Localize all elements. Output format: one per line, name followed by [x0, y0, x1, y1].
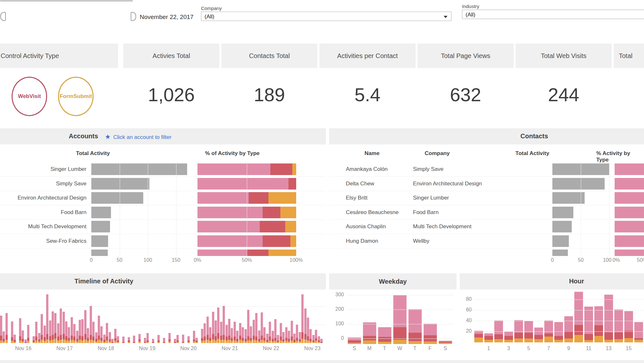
timeline-bar[interactable] — [122, 337, 125, 343]
slider-handle-start[interactable] — [0, 12, 6, 21]
hour-bar[interactable] — [484, 333, 493, 342]
account-row[interactable] — [0, 248, 326, 256]
timeline-bar[interactable] — [33, 336, 35, 343]
timeline-bar[interactable] — [68, 327, 70, 343]
hour-bar[interactable] — [634, 322, 643, 342]
industry-dropdown[interactable]: (All) — [462, 10, 644, 19]
account-total-bar[interactable] — [91, 221, 110, 232]
timeline-bar[interactable] — [253, 320, 255, 343]
timeline-bar[interactable] — [22, 330, 24, 343]
timeline-bar[interactable] — [19, 318, 21, 343]
date-range-slider[interactable] — [0, 0, 133, 2]
timeline-bar[interactable] — [138, 334, 141, 343]
account-label[interactable]: Food Barn — [0, 205, 86, 220]
hour-bar[interactable] — [584, 307, 593, 342]
timeline-bar[interactable] — [106, 323, 108, 343]
timeline-bar[interactable] — [255, 313, 257, 343]
timeline-bar[interactable] — [44, 326, 46, 343]
timeline-bar[interactable] — [57, 323, 59, 343]
timeline-bar[interactable] — [3, 331, 5, 343]
hour-bar[interactable] — [474, 331, 483, 342]
account-row[interactable]: Sew-Fro Fabrics — [0, 234, 326, 249]
contact-total-bar[interactable] — [552, 235, 569, 247]
weekday-bar[interactable] — [378, 327, 391, 344]
account-label[interactable]: Multi Tech Development — [0, 220, 86, 234]
contact-row[interactable]: Delta ChewEnviron Architectural Design — [329, 177, 644, 191]
weekday-bar[interactable] — [439, 341, 452, 344]
timeline-bar[interactable] — [65, 321, 67, 343]
contact-total-bar[interactable] — [552, 178, 605, 190]
timeline-bar[interactable] — [272, 331, 274, 343]
timeline-bar[interactable] — [0, 316, 2, 343]
contact-pct-bar[interactable] — [615, 250, 644, 256]
contact-pct-bar[interactable] — [615, 178, 644, 190]
timeline-bar[interactable] — [49, 320, 51, 343]
timeline-bar[interactable] — [223, 306, 225, 343]
timeline-bar[interactable] — [176, 335, 179, 343]
timeline-bar[interactable] — [307, 318, 309, 343]
timeline-bar[interactable] — [247, 310, 249, 343]
account-label[interactable]: Singer Lumber — [0, 162, 86, 176]
timeline-bar[interactable] — [146, 333, 149, 343]
account-label[interactable]: Sew-Fro Fabrics — [0, 234, 86, 248]
account-label[interactable]: Environ Architectural Design — [0, 191, 86, 205]
contact-total-bar[interactable] — [552, 250, 568, 256]
slider-handle-end[interactable] — [131, 12, 136, 21]
webvisit-filter-button[interactable]: WebVisit — [12, 77, 47, 116]
timeline-bar[interactable] — [263, 327, 266, 343]
timeline-bar[interactable] — [11, 321, 13, 343]
timeline-bar[interactable] — [114, 329, 116, 343]
timeline-bar[interactable] — [242, 327, 244, 343]
contact-row[interactable]: Ausonia ChaplinMulti Tech Development — [329, 220, 644, 234]
timeline-bar[interactable] — [90, 306, 92, 343]
timeline-bar[interactable] — [266, 334, 268, 343]
timeline-bar[interactable] — [239, 323, 241, 343]
timeline-bar[interactable] — [87, 328, 89, 343]
timeline-bar[interactable] — [168, 333, 171, 343]
timeline-bar[interactable] — [92, 322, 95, 343]
contact-pct-bar[interactable] — [615, 207, 644, 218]
timeline-bar[interactable] — [63, 312, 65, 343]
timeline-bar[interactable] — [73, 324, 75, 343]
timeline-bar[interactable] — [52, 311, 54, 343]
hour-bar[interactable] — [524, 321, 533, 342]
account-row[interactable]: Environ Architectural Design — [0, 191, 326, 205]
contact-pct-bar[interactable] — [615, 235, 644, 247]
timeline-bar[interactable] — [100, 326, 103, 343]
timeline-bar[interactable] — [60, 309, 62, 343]
timeline-bar[interactable] — [38, 333, 40, 343]
timeline-bar[interactable] — [71, 317, 73, 343]
contact-row[interactable]: Cesáreo BeauchesneFood Barn — [329, 205, 644, 220]
timeline-bar[interactable] — [258, 330, 260, 343]
timeline-bar[interactable] — [133, 336, 135, 343]
timeline-bar[interactable] — [312, 335, 315, 343]
account-total-bar[interactable] — [91, 250, 108, 256]
timeline-bar[interactable] — [231, 328, 233, 343]
contact-total-bar[interactable] — [552, 207, 573, 218]
account-row[interactable]: Simply Save — [0, 177, 326, 191]
timeline-bar[interactable] — [204, 323, 206, 343]
account-total-bar[interactable] — [91, 192, 143, 204]
account-total-bar[interactable] — [91, 235, 108, 247]
timeline-bar[interactable] — [291, 321, 293, 343]
timeline-bar[interactable] — [304, 309, 307, 343]
timeline-bar[interactable] — [84, 310, 86, 343]
timeline-bar[interactable] — [209, 327, 211, 343]
timeline-bar[interactable] — [261, 312, 263, 343]
contact-total-bar[interactable] — [552, 192, 585, 204]
timeline-bar[interactable] — [245, 329, 247, 343]
timeline-bar[interactable] — [288, 331, 290, 343]
timeline-bar[interactable] — [250, 326, 252, 343]
timeline-bar[interactable] — [157, 335, 160, 343]
timeline-bar[interactable] — [215, 320, 217, 343]
account-row[interactable]: Singer Lumber — [0, 162, 326, 177]
timeline-bar[interactable] — [220, 322, 222, 343]
weekday-bar[interactable] — [393, 295, 407, 344]
timeline-bar[interactable] — [280, 323, 282, 343]
formsubmit-filter-button[interactable]: FormSubmit — [58, 77, 94, 116]
timeline-bar[interactable] — [296, 325, 298, 343]
timeline-bar[interactable] — [41, 314, 43, 343]
accounts-filter-hint[interactable]: ★Click an account to filter — [105, 133, 171, 141]
timeline-bar[interactable] — [206, 317, 209, 343]
timeline-bar[interactable] — [285, 327, 287, 343]
